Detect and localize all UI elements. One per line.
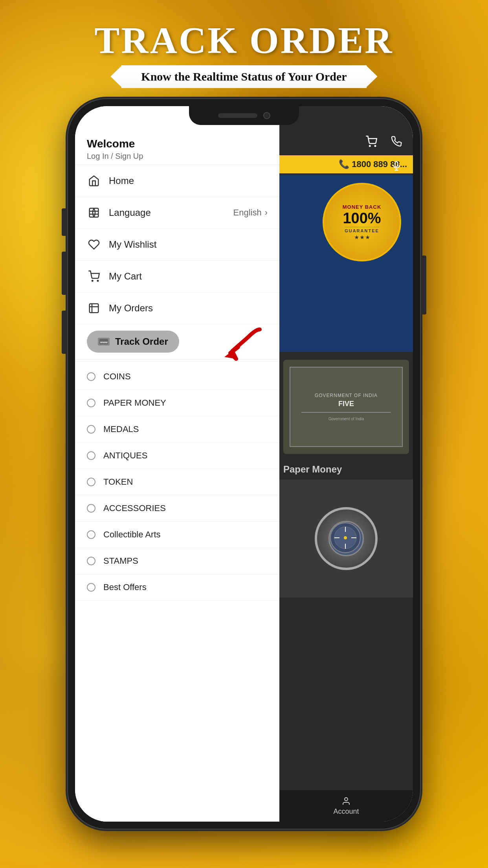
account-label: Account xyxy=(333,807,359,816)
category-label: TOKEN xyxy=(103,477,133,487)
svg-point-22 xyxy=(345,798,348,801)
power-button[interactable] xyxy=(421,256,426,314)
phone-mockup: Welcome Log In / Sign Up Home xyxy=(67,98,421,829)
menu-item-language[interactable]: Language English › xyxy=(75,197,279,229)
bullet-icon xyxy=(87,583,95,592)
orders-label: My Orders xyxy=(109,303,268,314)
front-camera xyxy=(263,112,270,119)
bullet-icon xyxy=(87,372,95,381)
page-title: TRACK ORDER xyxy=(0,20,488,61)
category-token[interactable]: TOKEN xyxy=(75,469,279,495)
phone-notch xyxy=(189,106,299,125)
cart-label: My Cart xyxy=(109,271,268,282)
category-label: MEDALS xyxy=(103,424,139,434)
subtitle-text: Know the Realtime Status of Your Order xyxy=(141,70,347,83)
language-label: Language xyxy=(109,207,226,218)
guarantee-badge: MONEY BACK 100% GUARANTEE ★ ★ ★ xyxy=(323,183,401,261)
subtitle-banner: Know the Realtime Status of Your Order xyxy=(121,65,366,88)
home-icon xyxy=(87,174,101,188)
welcome-text: Welcome xyxy=(87,138,268,150)
account-section[interactable]: Account xyxy=(333,796,359,816)
paper-money-label: Paper Money xyxy=(283,464,342,475)
menu-item-track-order[interactable]: www Track Order xyxy=(75,324,279,359)
app-content: 📞 1800 889 88... MONEY BACK 100% GUARANT… xyxy=(279,106,413,822)
card-sub: Government of India xyxy=(328,417,364,421)
svg-rect-12 xyxy=(395,162,398,167)
cart-top-icon[interactable] xyxy=(363,133,380,150)
www-icon: www xyxy=(98,338,110,346)
bullet-icon xyxy=(87,399,95,407)
bullet-icon xyxy=(87,557,95,565)
back-text: MONEY BACK xyxy=(343,204,382,210)
menu-item-wishlist[interactable]: My Wishlist xyxy=(75,229,279,261)
menu-item-cart[interactable]: My Cart xyxy=(75,261,279,292)
svg-rect-0 xyxy=(90,208,99,217)
svg-point-4 xyxy=(97,280,99,281)
phone-top-icon[interactable] xyxy=(388,133,405,150)
watch-area xyxy=(279,480,413,598)
bullet-icon xyxy=(87,504,95,513)
menu-item-home[interactable]: Home xyxy=(75,165,279,197)
guarantee-text: GUARANTEE xyxy=(345,227,379,233)
track-order-button[interactable]: www Track Order xyxy=(87,331,179,353)
category-stamps[interactable]: STAMPS xyxy=(75,548,279,574)
login-signup-text[interactable]: Log In / Sign Up xyxy=(87,152,268,161)
category-collectible-arts[interactable]: Collectible Arts xyxy=(75,522,279,548)
phone-outer: Welcome Log In / Sign Up Home xyxy=(67,98,421,829)
svg-point-21 xyxy=(344,536,347,539)
category-paper-money[interactable]: PAPER MONEY xyxy=(75,390,279,416)
category-label: STAMPS xyxy=(103,556,138,566)
category-antiques[interactable]: ANTIQUES xyxy=(75,443,279,469)
language-icon xyxy=(87,206,101,220)
category-label: Collectible Arts xyxy=(103,530,161,540)
category-accessories[interactable]: ACCESSORIES xyxy=(75,495,279,522)
category-label: Best Offers xyxy=(103,582,147,592)
svg-point-10 xyxy=(369,145,371,147)
svg-point-3 xyxy=(92,280,93,281)
guarantee-area: MONEY BACK 100% GUARANTEE ★ ★ ★ xyxy=(279,175,413,352)
india-card-line1: GOVERNMENT OF INDIA xyxy=(315,393,378,398)
app-top-bar xyxy=(279,128,413,155)
bullet-icon xyxy=(87,478,95,486)
volume-up-button[interactable] xyxy=(62,252,67,295)
cart-icon xyxy=(87,269,101,283)
category-label: ANTIQUES xyxy=(103,451,147,461)
drawer-header: Welcome Log In / Sign Up xyxy=(75,130,279,165)
bullet-icon xyxy=(87,425,95,434)
mic-row xyxy=(388,157,405,175)
screen-content: Welcome Log In / Sign Up Home xyxy=(75,106,413,822)
watch-image xyxy=(315,507,378,570)
bullet-icon xyxy=(87,451,95,460)
chevron-right-icon: › xyxy=(265,208,268,218)
india-card: GOVERNMENT OF INDIA FIVE Government of I… xyxy=(283,360,409,454)
wishlist-label: My Wishlist xyxy=(109,239,268,250)
watch-face xyxy=(328,521,364,556)
category-coins[interactable]: COINS xyxy=(75,364,279,390)
category-label: ACCESSORIES xyxy=(103,503,166,513)
category-medals[interactable]: MEDALS xyxy=(75,416,279,443)
category-label: COINS xyxy=(103,371,131,382)
percent-text: 100% xyxy=(343,210,381,227)
volume-down-button[interactable] xyxy=(62,311,67,354)
separator xyxy=(75,361,279,362)
home-label: Home xyxy=(109,175,268,186)
bullet-icon xyxy=(87,530,95,539)
orders-icon xyxy=(87,301,101,315)
category-label: PAPER MONEY xyxy=(103,398,166,408)
mic-icon[interactable] xyxy=(388,157,405,175)
drawer-panel: Welcome Log In / Sign Up Home xyxy=(75,106,279,822)
volume-mute-button[interactable] xyxy=(62,208,67,236)
category-best-offers[interactable]: Best Offers xyxy=(75,574,279,601)
card-divider xyxy=(301,412,391,413)
india-card-inner: GOVERNMENT OF INDIA FIVE Government of I… xyxy=(290,367,403,447)
menu-item-orders[interactable]: My Orders xyxy=(75,292,279,324)
heart-icon xyxy=(87,237,101,252)
svg-point-11 xyxy=(375,145,376,147)
svg-rect-5 xyxy=(90,304,99,313)
svg-text:www: www xyxy=(100,340,108,344)
speaker xyxy=(218,113,257,118)
track-order-label: Track Order xyxy=(115,336,168,347)
india-card-line2: FIVE xyxy=(338,400,354,408)
language-value: English › xyxy=(233,208,268,218)
header-section: TRACK ORDER Know the Realtime Status of … xyxy=(0,20,488,88)
